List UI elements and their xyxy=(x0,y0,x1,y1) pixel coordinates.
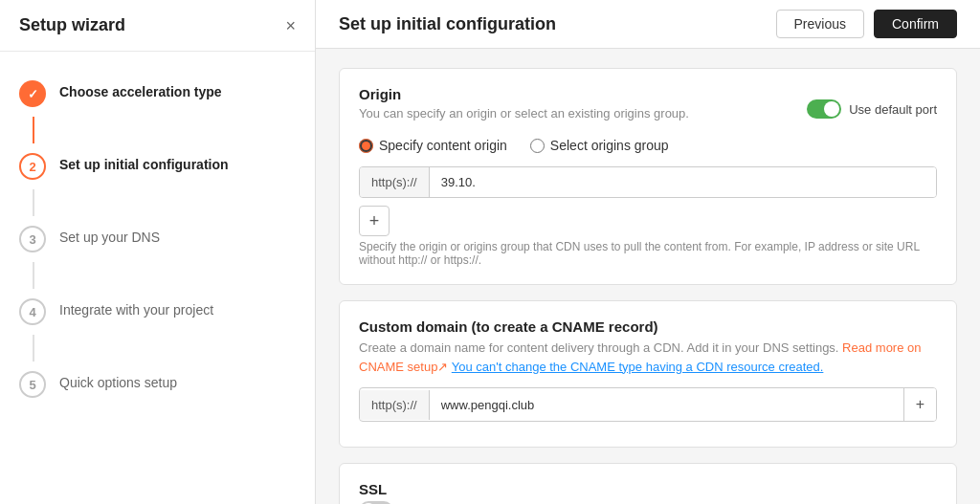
cname-warning-link: You can't change the CNAME type having a… xyxy=(452,360,824,374)
step-connector-1 xyxy=(33,117,34,143)
origin-input-row: http(s):// xyxy=(359,166,937,198)
origin-titles: Origin You can specify an origin or sele… xyxy=(359,86,689,132)
sidebar: Setup wizard × ✓ Choose acceleration typ… xyxy=(0,0,316,504)
origin-input[interactable] xyxy=(430,167,936,197)
custom-domain-input[interactable] xyxy=(430,390,903,420)
radio-select-label: Select origins group xyxy=(550,138,669,153)
default-port-toggle[interactable] xyxy=(807,99,841,119)
radio-specify-label: Specify content origin xyxy=(379,138,507,153)
step-circle-1: ✓ xyxy=(19,80,46,107)
step-item-5: 5 Quick options setup xyxy=(0,362,315,407)
origin-subtitle: You can specify an origin or select an e… xyxy=(359,106,689,121)
custom-domain-desc: Create a domain name for content deliver… xyxy=(359,339,937,376)
step-label-1: Choose acceleration type xyxy=(59,80,222,99)
sidebar-title: Setup wizard xyxy=(19,15,125,35)
step-label-3: Set up your DNS xyxy=(59,226,160,245)
default-port-label: Use default port xyxy=(849,102,937,117)
origin-input-prefix: http(s):// xyxy=(360,167,430,197)
content-area: Origin You can specify an origin or sele… xyxy=(316,49,980,504)
add-domain-button[interactable]: + xyxy=(903,388,936,421)
origin-card: Origin You can specify an origin or sele… xyxy=(339,68,957,285)
custom-domain-card: Custom domain (to create a CNAME record)… xyxy=(339,300,957,448)
step-label-5: Quick options setup xyxy=(59,371,177,390)
confirm-button[interactable]: Confirm xyxy=(874,10,957,38)
main-header: Set up initial configuration Previous Co… xyxy=(316,0,980,49)
step-connector-2 xyxy=(33,189,34,216)
step-item-2: 2 Set up initial configuration xyxy=(0,143,315,189)
step-connector-3 xyxy=(33,262,34,289)
step-connector-4 xyxy=(33,335,34,362)
step-circle-2: 2 xyxy=(19,153,46,180)
custom-domain-input-row: http(s):// + xyxy=(359,387,937,422)
custom-domain-title: Custom domain (to create a CNAME record) xyxy=(359,318,937,335)
steps-list: ✓ Choose acceleration type 2 Set up init… xyxy=(0,52,315,504)
origin-radio-group: Specify content origin Select origins gr… xyxy=(359,138,937,153)
add-origin-button[interactable]: + xyxy=(359,206,390,236)
step-circle-5: 5 xyxy=(19,371,46,398)
origin-hint: Specify the origin or origins group that… xyxy=(359,240,937,267)
step-item-3: 3 Set up your DNS xyxy=(0,216,315,262)
close-button[interactable]: × xyxy=(285,17,296,34)
sidebar-header: Setup wizard × xyxy=(0,0,315,52)
custom-domain-prefix: http(s):// xyxy=(360,390,430,420)
header-actions: Previous Confirm xyxy=(776,10,957,38)
radio-select-origins[interactable]: Select origins group xyxy=(530,138,669,153)
main-content: Set up initial configuration Previous Co… xyxy=(316,0,980,504)
step-item-1: ✓ Choose acceleration type xyxy=(0,71,315,117)
ssl-title: SSL xyxy=(359,481,937,497)
origin-header-row: Origin You can specify an origin or sele… xyxy=(359,86,937,132)
origin-title: Origin xyxy=(359,86,689,102)
step-label-2: Set up initial configuration xyxy=(59,153,229,172)
domain-desc-before: Create a domain name for content deliver… xyxy=(359,340,838,355)
radio-specify-content[interactable]: Specify content origin xyxy=(359,138,507,153)
previous-button[interactable]: Previous xyxy=(776,10,864,38)
step-item-4: 4 Integrate with your project xyxy=(0,289,315,335)
main-title: Set up initial configuration xyxy=(339,14,556,34)
default-port-toggle-row: Use default port xyxy=(807,99,937,119)
step-circle-3: 3 xyxy=(19,226,46,252)
step-label-4: Integrate with your project xyxy=(59,298,213,318)
ssl-card: SSL Enable HTTPS Use SSL certificate xyxy=(339,463,957,504)
step-circle-4: 4 xyxy=(19,298,46,325)
